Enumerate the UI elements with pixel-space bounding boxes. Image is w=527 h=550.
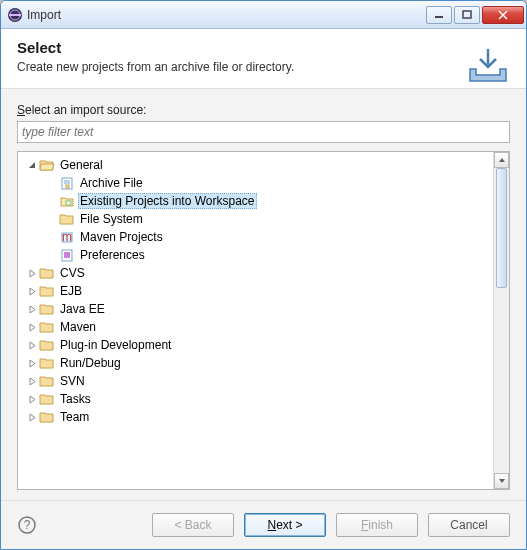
expand-icon[interactable] bbox=[26, 395, 38, 404]
banner-heading: Select bbox=[17, 39, 510, 56]
prefs-icon bbox=[59, 248, 75, 262]
filter-input[interactable] bbox=[17, 121, 510, 143]
eclipse-icon bbox=[7, 7, 23, 23]
next-button[interactable]: Next > bbox=[244, 513, 326, 537]
titlebar[interactable]: Import bbox=[1, 1, 526, 29]
svg-text:?: ? bbox=[24, 518, 31, 532]
tree-label: General bbox=[58, 158, 105, 172]
folder-icon bbox=[39, 374, 55, 388]
banner-subtitle: Create new projects from an archive file… bbox=[17, 60, 510, 74]
tree-node[interactable]: Tasks bbox=[20, 390, 491, 408]
tree-label: Maven bbox=[58, 320, 98, 334]
minimize-button[interactable] bbox=[426, 6, 452, 24]
svg-text:m: m bbox=[62, 230, 72, 244]
tree-label: Maven Projects bbox=[78, 230, 165, 244]
svg-rect-10 bbox=[66, 185, 69, 188]
maximize-button[interactable] bbox=[454, 6, 480, 24]
tree-label: EJB bbox=[58, 284, 84, 298]
folder-open-icon bbox=[39, 158, 55, 172]
svg-rect-11 bbox=[66, 201, 71, 205]
tree-label: Archive File bbox=[78, 176, 145, 190]
expand-icon[interactable] bbox=[26, 377, 38, 386]
tree-node[interactable]: EJB bbox=[20, 282, 491, 300]
tree-node[interactable]: Maven bbox=[20, 318, 491, 336]
scroll-track[interactable] bbox=[494, 168, 509, 473]
tree-label: SVN bbox=[58, 374, 87, 388]
expand-icon[interactable] bbox=[26, 341, 38, 350]
folder-icon bbox=[39, 338, 55, 352]
help-icon[interactable]: ? bbox=[17, 515, 37, 535]
tree-label: Java EE bbox=[58, 302, 107, 316]
folder-icon bbox=[39, 266, 55, 280]
filter-label: Select an import source: bbox=[17, 103, 510, 117]
tree-item[interactable]: mMaven Projects bbox=[20, 228, 491, 246]
expand-icon[interactable] bbox=[26, 413, 38, 422]
cancel-button[interactable]: Cancel bbox=[428, 513, 510, 537]
collapse-icon[interactable] bbox=[26, 161, 38, 170]
svg-rect-3 bbox=[435, 16, 443, 18]
tree-container: General Archive FileExisting Projects in… bbox=[17, 151, 510, 490]
tree-node[interactable]: Java EE bbox=[20, 300, 491, 318]
tree-item[interactable]: Archive File bbox=[20, 174, 491, 192]
archive-icon bbox=[59, 176, 75, 190]
import-source-tree[interactable]: General Archive FileExisting Projects in… bbox=[18, 152, 493, 489]
tree-node-general[interactable]: General bbox=[20, 156, 491, 174]
button-bar: ? < Back Next > Finish Cancel bbox=[1, 500, 526, 549]
tree-item[interactable]: File System bbox=[20, 210, 491, 228]
finish-button: Finish bbox=[336, 513, 418, 537]
folder-icon bbox=[39, 302, 55, 316]
tree-node[interactable]: CVS bbox=[20, 264, 491, 282]
tree-label: Tasks bbox=[58, 392, 93, 406]
folder-icon bbox=[39, 410, 55, 424]
back-button: < Back bbox=[152, 513, 234, 537]
tree-item[interactable]: Preferences bbox=[20, 246, 491, 264]
tree-label: Preferences bbox=[78, 248, 147, 262]
expand-icon[interactable] bbox=[26, 305, 38, 314]
wizard-banner: Select Create new projects from an archi… bbox=[1, 29, 526, 89]
scroll-down-button[interactable] bbox=[494, 473, 509, 489]
tree-node[interactable]: Run/Debug bbox=[20, 354, 491, 372]
tree-label: CVS bbox=[58, 266, 87, 280]
import-icon bbox=[466, 45, 510, 88]
tree-label: Team bbox=[58, 410, 91, 424]
tree-label: Run/Debug bbox=[58, 356, 123, 370]
scroll-thumb[interactable] bbox=[496, 168, 507, 288]
maven-icon: m bbox=[59, 230, 75, 244]
tree-label: Existing Projects into Workspace bbox=[78, 193, 257, 209]
tree-label: Plug-in Development bbox=[58, 338, 173, 352]
expand-icon[interactable] bbox=[26, 323, 38, 332]
tree-label: File System bbox=[78, 212, 145, 226]
close-button[interactable] bbox=[482, 6, 524, 24]
expand-icon[interactable] bbox=[26, 287, 38, 296]
folder-icon bbox=[39, 392, 55, 406]
tree-item[interactable]: Existing Projects into Workspace bbox=[20, 192, 491, 210]
import-wizard-window: Import Select Create new projects from a… bbox=[0, 0, 527, 550]
expand-icon[interactable] bbox=[26, 359, 38, 368]
window-controls bbox=[426, 6, 524, 24]
tree-node[interactable]: Plug-in Development bbox=[20, 336, 491, 354]
folder-icon bbox=[39, 284, 55, 298]
tree-node[interactable]: Team bbox=[20, 408, 491, 426]
svg-rect-2 bbox=[9, 14, 21, 16]
window-title: Import bbox=[27, 8, 426, 22]
project-icon bbox=[59, 194, 75, 208]
scroll-up-button[interactable] bbox=[494, 152, 509, 168]
vertical-scrollbar[interactable] bbox=[493, 152, 509, 489]
svg-rect-4 bbox=[463, 11, 471, 18]
folder-icon bbox=[39, 356, 55, 370]
expand-icon[interactable] bbox=[26, 269, 38, 278]
wizard-content: Select an import source: General Archive… bbox=[1, 89, 526, 500]
folder-icon bbox=[39, 320, 55, 334]
folder-icon bbox=[59, 212, 75, 226]
tree-node[interactable]: SVN bbox=[20, 372, 491, 390]
